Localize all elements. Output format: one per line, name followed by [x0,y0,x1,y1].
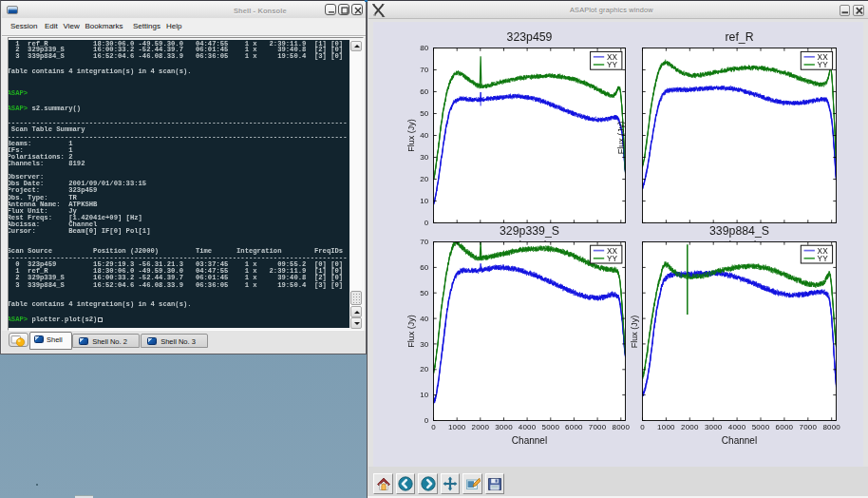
svg-text:YY: YY [607,254,618,263]
svg-text:0: 0 [431,423,436,431]
svg-text:30: 30 [420,340,429,349]
svg-text:5000: 5000 [541,423,559,431]
svg-text:2000: 2000 [471,423,489,431]
svg-text:Channel: Channel [722,435,757,446]
svg-text:Flux (Jy): Flux (Jy) [630,316,639,349]
svg-text:8000: 8000 [822,423,840,431]
svg-text:YY: YY [818,254,829,263]
svg-text:50: 50 [420,109,429,118]
svg-text:8000: 8000 [612,423,630,431]
svg-text:Channel: Channel [512,435,547,446]
svg-text:40: 40 [420,131,429,140]
svg-text:Flux (Jy): Flux (Jy) [616,122,626,155]
svg-text:329p339_S: 329p339_S [500,224,559,238]
svg-text:3000: 3000 [705,423,723,431]
svg-text:6000: 6000 [776,423,794,431]
svg-text:6000: 6000 [565,423,583,431]
svg-text:80: 80 [420,44,429,52]
svg-text:60: 60 [420,263,429,272]
svg-text:3000: 3000 [495,423,513,431]
svg-text:ref_R: ref_R [725,30,753,44]
svg-text:YY: YY [607,60,618,69]
svg-text:30: 30 [420,153,429,162]
svg-text:Flux (Jy): Flux (Jy) [406,119,416,152]
svg-text:YY: YY [818,60,829,69]
svg-text:10: 10 [420,197,429,205]
svg-text:7000: 7000 [589,423,607,431]
svg-text:Flux (Jy): Flux (Jy) [406,315,416,348]
svg-text:4000: 4000 [519,423,537,431]
svg-text:20: 20 [420,365,429,374]
svg-text:50: 50 [420,289,429,297]
svg-text:2000: 2000 [681,423,699,431]
svg-text:0: 0 [425,219,429,227]
svg-text:60: 60 [420,87,429,96]
svg-text:1000: 1000 [657,423,675,431]
svg-text:0: 0 [640,423,645,431]
svg-text:0: 0 [425,416,429,425]
svg-text:5000: 5000 [752,423,770,431]
svg-text:1000: 1000 [448,423,466,431]
svg-text:70: 70 [420,66,429,74]
svg-text:323p459: 323p459 [507,30,553,44]
svg-text:7000: 7000 [799,423,817,431]
svg-text:40: 40 [420,315,429,323]
svg-text:70: 70 [420,238,429,246]
svg-text:10: 10 [420,391,429,399]
svg-text:339p884_S: 339p884_S [709,224,769,238]
svg-text:20: 20 [420,175,429,183]
svg-text:4000: 4000 [728,423,746,431]
